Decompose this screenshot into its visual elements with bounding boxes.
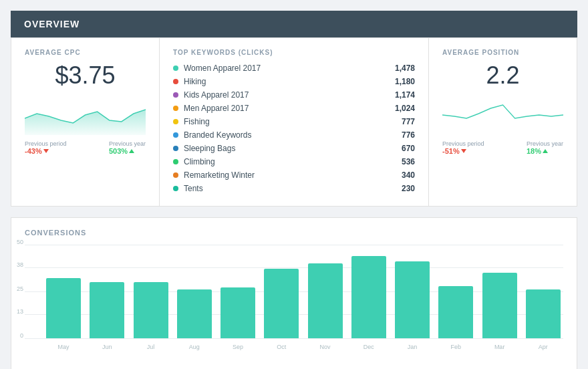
conversions-section: CONVERSIONS 013253850 MayJunJulAugSepOct…: [11, 217, 577, 369]
avg-position-panel: AVERAGE POSITION 2.2 Previous period -51…: [429, 38, 577, 206]
keyword-row: Kids Apparel 2017 1,174: [173, 88, 415, 102]
grid-label: 38: [10, 261, 23, 268]
down-arrow-icon: [43, 149, 49, 153]
keyword-dot: [173, 132, 178, 138]
keyword-dot: [173, 119, 178, 124]
avg-cpc-prev-change: -43%: [25, 147, 67, 155]
bar-month-label: May: [58, 344, 69, 350]
keyword-dot: [173, 146, 178, 151]
bar-month-label: Apr: [539, 344, 548, 350]
keyword-row: Fishing 777: [173, 115, 415, 128]
keyword-dot: [173, 106, 178, 111]
keyword-dot: [173, 66, 178, 71]
keyword-row: Men Apparel 2017 1,024: [173, 102, 415, 115]
bar: [220, 287, 255, 338]
avg-position-period-row: Previous period -51% Previous year 18%: [442, 140, 563, 155]
bar-group: Nov: [305, 245, 345, 338]
keyword-name: Kids Apparel 2017: [184, 90, 395, 100]
avg-cpc-year-change: 503%: [109, 147, 146, 155]
bar-group: Jul: [131, 245, 171, 338]
bar: [264, 269, 299, 338]
grid-line: 0: [25, 338, 563, 339]
keyword-dot: [173, 172, 178, 178]
keyword-name: Fishing: [184, 117, 402, 126]
avg-cpc-prev-label: Previous period -43%: [25, 140, 67, 155]
grid-label: 50: [10, 239, 23, 245]
keyword-name: Men Apparel 2017: [184, 104, 395, 113]
dashboard: OVERVIEW AVERAGE CPC $3.75: [11, 11, 577, 369]
avg-cpc-panel: AVERAGE CPC $3.75 Previous period: [11, 38, 160, 206]
avg-position-prev-label: Previous period -51%: [442, 140, 484, 155]
keyword-value: 1,174: [395, 90, 415, 100]
keyword-row: Sleeping Bags 670: [173, 142, 415, 155]
keyword-dot: [173, 186, 178, 191]
keyword-name: Sleeping Bags: [184, 144, 402, 153]
keywords-list: Women Apparel 2017 1,478 Hiking 1,180 Ki…: [173, 62, 415, 195]
keyword-value: 670: [402, 144, 415, 153]
avg-cpc-value: $3.75: [25, 62, 146, 90]
bar: [46, 278, 81, 338]
avg-cpc-label: AVERAGE CPC: [25, 49, 146, 56]
bar-group: Dec: [349, 245, 389, 338]
avg-cpc-year-label: Previous year 503%: [109, 140, 146, 155]
keyword-dot: [173, 92, 178, 98]
avg-cpc-period-row: Previous period -43% Previous year 503%: [25, 140, 146, 155]
avg-position-prev-change: -51%: [442, 147, 484, 155]
keyword-name: Remarketing Winter: [184, 170, 402, 180]
bar-month-label: Jul: [147, 344, 155, 350]
bar: [526, 289, 561, 338]
top-section: AVERAGE CPC $3.75 Previous period: [11, 37, 577, 207]
down-arrow-icon-2: [461, 149, 466, 153]
keyword-row: Remarketing Winter 340: [173, 168, 415, 182]
keyword-value: 1,024: [395, 104, 415, 113]
avg-position-label: AVERAGE POSITION: [442, 49, 563, 56]
conversions-title: CONVERSIONS: [25, 229, 563, 237]
bar-group: Sep: [218, 245, 258, 338]
keyword-row: Women Apparel 2017 1,478: [173, 62, 415, 75]
bar-group: Oct: [261, 245, 301, 338]
keyword-value: 340: [402, 170, 415, 180]
bar-group: Jun: [87, 245, 127, 338]
bar-month-label: Nov: [320, 344, 331, 350]
keyword-name: Tents: [184, 184, 402, 193]
bar-group: Feb: [436, 245, 476, 338]
conversions-chart: 013253850 MayJunJulAugSepOctNovDecJanFeb…: [25, 245, 563, 365]
bar-month-label: Jan: [408, 344, 418, 350]
bar-group: Apr: [523, 245, 563, 338]
grid-label: 25: [10, 285, 23, 292]
keyword-value: 230: [402, 184, 415, 193]
avg-position-value: 2.2: [442, 62, 563, 90]
keyword-name: Hiking: [184, 77, 395, 86]
avg-position-year-label: Previous year 18%: [527, 140, 563, 155]
bar: [395, 261, 430, 338]
bar-month-label: Aug: [189, 344, 200, 350]
keyword-dot: [173, 79, 178, 84]
avg-cpc-chart: [25, 95, 146, 135]
bar-group: Aug: [174, 245, 214, 338]
bar-month-label: Mar: [494, 344, 505, 350]
up-arrow-icon: [129, 149, 134, 153]
bar: [351, 256, 386, 338]
keyword-name: Climbing: [184, 157, 402, 166]
keyword-row: Climbing 536: [173, 155, 415, 168]
bar-month-label: Oct: [277, 344, 286, 350]
bar-month-label: Feb: [451, 344, 462, 350]
bar: [134, 282, 168, 338]
keyword-value: 1,478: [395, 64, 415, 73]
keyword-dot: [173, 159, 178, 164]
avg-position-year-change: 18%: [527, 147, 563, 155]
bar-month-label: Sep: [233, 344, 243, 350]
bar-month-label: Dec: [363, 344, 374, 350]
overview-title: OVERVIEW: [24, 19, 80, 29]
top-keywords-label: TOP KEYWORDS (CLICKS): [173, 49, 415, 56]
grid-label: 13: [10, 308, 23, 315]
bar: [177, 289, 212, 338]
bar-group: May: [43, 245, 84, 338]
keyword-value: 536: [402, 157, 415, 166]
keyword-name: Women Apparel 2017: [184, 64, 395, 73]
bar-group: Jan: [392, 245, 432, 338]
top-keywords-panel: TOP KEYWORDS (CLICKS) Women Apparel 2017…: [160, 38, 429, 206]
bar-month-label: Jun: [102, 344, 112, 350]
keyword-value: 777: [402, 117, 415, 126]
up-arrow-icon-2: [543, 149, 548, 153]
